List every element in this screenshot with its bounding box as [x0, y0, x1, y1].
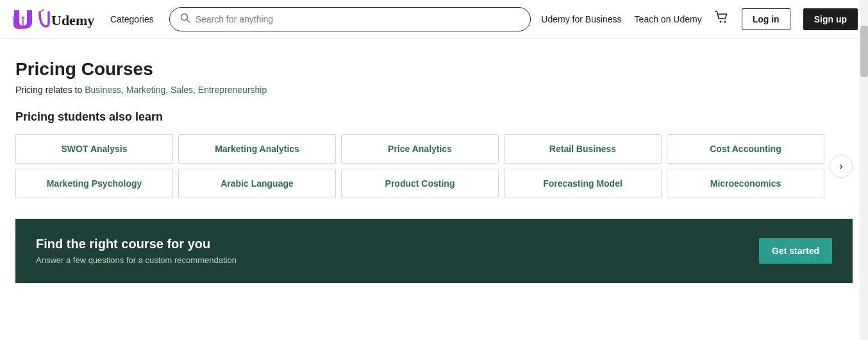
nav-right: Udemy for Business Teach on Udemy Log in… — [541, 8, 858, 30]
svg-line-3 — [187, 19, 189, 22]
students-also-learn-title: Pricing students also learn — [15, 110, 853, 124]
get-started-button[interactable]: Get started — [759, 238, 832, 264]
tag-forecasting-model[interactable]: Forecasting Model — [504, 169, 662, 198]
udemy-logo-icon: U — [10, 8, 33, 31]
relates-entrepreneurship-link[interactable]: Entrepreneurship — [198, 85, 267, 95]
tags-container: SWOT Analysis Marketing Analytics Price … — [15, 134, 853, 198]
tag-marketing-analytics[interactable]: Marketing Analytics — [178, 134, 336, 164]
scrollbar-thumb[interactable] — [860, 26, 868, 77]
banner-title: Find the right course for you — [36, 237, 237, 251]
login-button[interactable]: Log in — [742, 8, 790, 30]
banner-subtitle: Answer a few questions for a custom reco… — [36, 255, 237, 265]
svg-point-4 — [719, 21, 721, 23]
search-bar — [169, 7, 531, 31]
categories-button[interactable]: Categories — [105, 12, 159, 27]
tag-marketing-psychology[interactable]: Marketing Psychology — [15, 169, 173, 198]
banner-text: Find the right course for you Answer a f… — [36, 237, 237, 265]
svg-point-5 — [724, 21, 726, 23]
tag-price-analytics[interactable]: Price Analytics — [341, 134, 499, 164]
tag-swot-analysis[interactable]: SWOT Analysis — [15, 134, 173, 164]
teach-on-udemy-link[interactable]: Teach on Udemy — [635, 14, 702, 24]
tags-grid: SWOT Analysis Marketing Analytics Price … — [15, 134, 824, 198]
logo[interactable]: U Udemy — [10, 8, 95, 31]
search-icon — [180, 13, 190, 26]
tag-cost-accounting[interactable]: Cost Accounting — [667, 134, 824, 164]
relates-sales-link[interactable]: Sales — [171, 85, 193, 95]
signup-button[interactable]: Sign up — [803, 8, 858, 30]
tag-product-costing[interactable]: Product Costing — [341, 169, 499, 198]
page-title: Pricing Courses — [15, 59, 853, 80]
cart-icon[interactable] — [715, 10, 729, 28]
relates-prefix: Pricing relates to — [15, 85, 85, 95]
search-input[interactable] — [196, 14, 521, 24]
relates-marketing-link[interactable]: Marketing — [126, 85, 165, 95]
tag-microeconomics[interactable]: Microeconomics — [667, 169, 824, 198]
main-content: Pricing Courses Pricing relates to Busin… — [0, 38, 868, 283]
tag-retail-business[interactable]: Retail Business — [504, 134, 662, 164]
navbar: U Udemy Categories Udemy for Business Te… — [0, 0, 868, 38]
udemy-wordmark: Udemy — [37, 8, 95, 30]
relates-line: Pricing relates to Business, Marketing, … — [15, 85, 853, 95]
relates-business-link[interactable]: Business — [85, 85, 121, 95]
udemy-business-link[interactable]: Udemy for Business — [541, 14, 621, 24]
relates-links: Business, Marketing, Sales, Entrepreneur… — [85, 85, 267, 95]
scrollbar-track — [860, 0, 868, 283]
svg-text:U: U — [12, 12, 26, 31]
recommendation-banner: Find the right course for you Answer a f… — [15, 219, 853, 283]
tag-arabic-language[interactable]: Arabic Language — [178, 169, 336, 198]
svg-text:Udemy: Udemy — [51, 12, 94, 28]
next-arrow-button[interactable]: › — [830, 155, 853, 178]
